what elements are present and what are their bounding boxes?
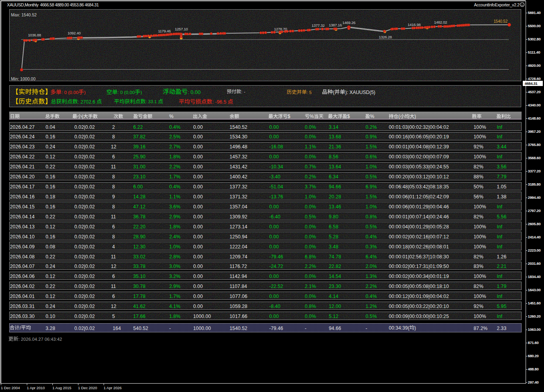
svg-text:(: ( — [333, 90, 334, 95]
svg-text:/: / — [20, 325, 21, 331]
svg-text:%: % — [169, 114, 174, 119]
svg-text:$: $ — [288, 114, 290, 119]
svg-text:: 0.00: : 0.00 — [188, 89, 201, 95]
svg-text:$: $ — [347, 114, 350, 119]
svg-text:: 2026.04.27 06:43:42: : 2026.04.27 06:43:42 — [18, 337, 62, 342]
svg-text:: -: : - — [241, 89, 245, 94]
svg-text:(: ( — [398, 114, 400, 119]
svg-text:: 2702.6: : 2702.6 — [78, 99, 96, 105]
svg-text:: 33.1: : 33.1 — [146, 99, 157, 104]
svg-text:): XAUUSD(5): ): XAUUSD(5) — [345, 90, 375, 95]
svg-text:%: % — [370, 114, 374, 119]
svg-text:: 0 (0.00: : 0 (0.00 — [118, 90, 135, 95]
svg-text:): ) — [140, 90, 142, 95]
svg-text:: 5: : 5 — [307, 90, 312, 95]
svg-text:): ) — [84, 90, 86, 95]
svg-text:): ) — [414, 114, 416, 119]
svg-text:: -96.5: : -96.5 — [212, 99, 226, 105]
svg-text:%: % — [310, 114, 314, 119]
svg-text:: 0 (0.00: : 0 (0.00 — [62, 90, 78, 95]
svg-text:): ) — [414, 325, 416, 331]
svg-text:00:34:39(: 00:34:39( — [389, 325, 410, 331]
svg-text:|: | — [82, 114, 83, 119]
